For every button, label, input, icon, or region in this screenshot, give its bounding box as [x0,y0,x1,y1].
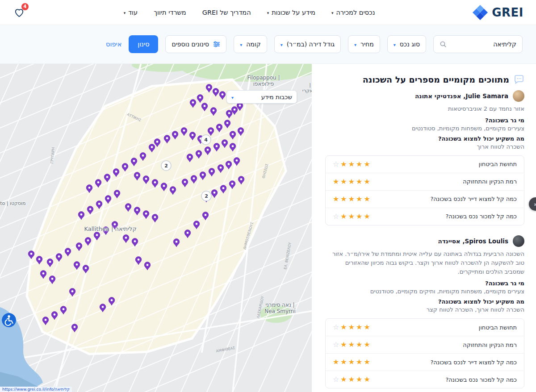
nav-item-label: משרדי תיווך [154,9,186,16]
star-icon: ★ [340,196,347,203]
nav-item[interactable]: נכסים למכירה ▾ [331,9,375,16]
review-summary: השכונה הרביעית בגדולה באתונה עם עלייה אי… [325,250,524,276]
star-icon: ★ [333,196,339,203]
more-filters-button[interactable]: סינונים נוספים [165,35,226,53]
review-card: Julie Samara, אפנדטיקי אתונה אזור נחמד ע… [325,90,524,225]
star-icon: ★ [356,213,362,220]
map-cluster[interactable]: 4 [201,135,211,145]
star-icon: ★ [340,178,347,185]
rating-label: רמת הנקיון והתחזוקה [463,178,517,185]
reset-filters-link[interactable]: איפוס [106,41,121,48]
review-answer: השכרה לטווח ארוך [325,143,524,150]
reviews-panel[interactable]: מתווכים מקומיים מספרים על השכונה Julie S… [312,64,536,392]
review-question: מי גר בשכונה? [325,117,524,124]
star-icon: ★ [364,341,370,348]
logo-text: GREI [492,6,523,19]
star-icon: ★ [364,161,370,168]
nav-item[interactable]: משרדי תיווך [154,9,186,16]
search-input[interactable] [454,41,516,48]
accessibility-button[interactable] [2,313,16,327]
star-icon: ★ [340,341,347,348]
dropdown-label: סוג נכס [400,41,420,48]
star-icon: ★ [364,376,370,383]
review-author: Spiros Loulis, אסיינדה [438,238,508,245]
rating-label: כמה קל למצוא דייר לנכס בשכונה? [430,196,517,202]
review-answer: צעירים מקומיים, משפחות מקומיות, ותיקים מ… [325,288,524,295]
chevron-down-icon: ▾ [394,42,396,47]
rating-row: כמה קל למצוא דייר לנכס בשכונה? ★★★★★ [326,354,524,371]
filter-dropdown[interactable]: סוג נכס ▾ [387,35,426,53]
star-icon: ★ [364,196,370,203]
rating-row: רמת הנקיון והתחזוקה ★★★★☆ [326,336,524,354]
rating-row: כמה קל למצוא דייר לנכס בשכונה? ★★★★★ [326,191,524,208]
review-question: מה משקיע יכול למצוא בשכונה? [325,298,524,305]
chevron-down-icon: ▾ [354,42,356,47]
rating-stars: ★★★★★ [333,196,370,203]
ratings-table: תחושת הביטחון ★★★★☆ רמת הנקיון והתחזוקה … [325,155,524,225]
map-layers-label: שכבות מידע [261,93,292,100]
star-icon: ★ [364,178,370,185]
nav-item-label: מידע על שכונות [272,9,315,16]
nav-item[interactable]: עוד ▾ [124,9,138,16]
nav-item[interactable]: המדריך של GREI [202,9,251,16]
star-icon: ★ [348,161,355,168]
map-layers-dropdown[interactable]: שכבות מידע ▾ [226,90,297,104]
star-icon: ★ [340,213,347,220]
star-icon: ☆ [333,161,339,168]
map-area[interactable]: 422 שכבות מידע ▾ https://www.grei.co.il/… [0,64,312,392]
star-icon: ★ [356,196,362,203]
star-icon: ★ [348,213,355,220]
reviews-list: Julie Samara, אפנדטיקי אתונה אזור נחמד ע… [325,90,524,389]
filter-dropdown[interactable]: קומה ▾ [234,35,267,53]
star-icon: ☆ [333,213,339,220]
map-cluster[interactable]: 2 [161,161,171,171]
filter-bar: סוג נכס ▾ מחיר ▾ גודל דירה (במ״ר) ▾ קומה… [0,25,536,64]
nav-item-label: נכסים למכירה [336,9,375,16]
star-icon: ★ [364,359,370,366]
chevron-down-icon: ▾ [240,42,242,47]
more-filters-label: סינונים נוספים [172,41,209,48]
main-content: מתווכים מקומיים מספרים על השכונה Julie S… [0,64,536,392]
filter-dropdown[interactable]: מחיר ▾ [348,35,380,53]
logo[interactable]: GREI [473,5,523,20]
map-cluster[interactable]: 2 [201,191,211,201]
rating-row: כמה קל למכור נכס בשכונה? ★★★★☆ [326,208,524,225]
apply-filter-button[interactable]: סינון [129,35,158,53]
rating-row: תחושת הביטחון ★★★★☆ [326,319,524,336]
star-icon: ★ [356,341,362,348]
rating-stars: ★★★★☆ [333,213,370,220]
avatar [513,90,524,102]
tune-sliders-icon [213,41,220,48]
review-card: Spiros Loulis, אסיינדה השכונה הרביעית בג… [325,235,524,388]
search-box[interactable] [433,35,523,53]
favorites-count-badge: 4 [21,3,29,10]
dropdown-label: קומה [246,41,260,48]
chat-bubble-icon [514,74,524,85]
rating-label: כמה קל למצוא דייר לנכס בשכונה? [430,359,517,366]
status-bar-link: https://www.grei.co.il/info/קליתיאה [0,387,72,392]
star-icon: ★ [333,359,339,366]
star-icon: ★ [364,213,370,220]
star-icon: ★ [348,324,355,331]
avatar [513,235,524,247]
review-summary: אזור נחמד עם 2 אוניברסיטאות [325,104,524,113]
filter-dropdown[interactable]: גודל דירה (במ״ר) ▾ [274,35,341,53]
favorites-button[interactable]: 4 [13,6,26,19]
rating-stars: ★★★★☆ [333,161,370,168]
star-icon: ★ [340,161,347,168]
search-icon [440,41,447,48]
chevron-down-icon: ▾ [281,42,283,47]
nav-item-label: עוד [128,9,138,16]
review-answer: צעירים מקומיים, משפחות מקומיות, סטודנטים [325,125,524,132]
review-author: Julie Samara, אפנדטיקי אתונה [415,92,508,100]
star-icon: ★ [340,324,347,331]
nav-item-label: המדריך של GREI [202,9,251,16]
rating-stars: ★★★★☆ [333,376,370,383]
nav-item[interactable]: מידע על שכונות ▾ [267,9,315,16]
map-canvas[interactable]: 422 [0,64,312,392]
star-icon: ★ [356,359,362,366]
star-icon: ★ [364,324,370,331]
star-icon: ★ [348,376,355,383]
star-icon: ★ [356,161,362,168]
star-icon: ★ [348,359,355,366]
